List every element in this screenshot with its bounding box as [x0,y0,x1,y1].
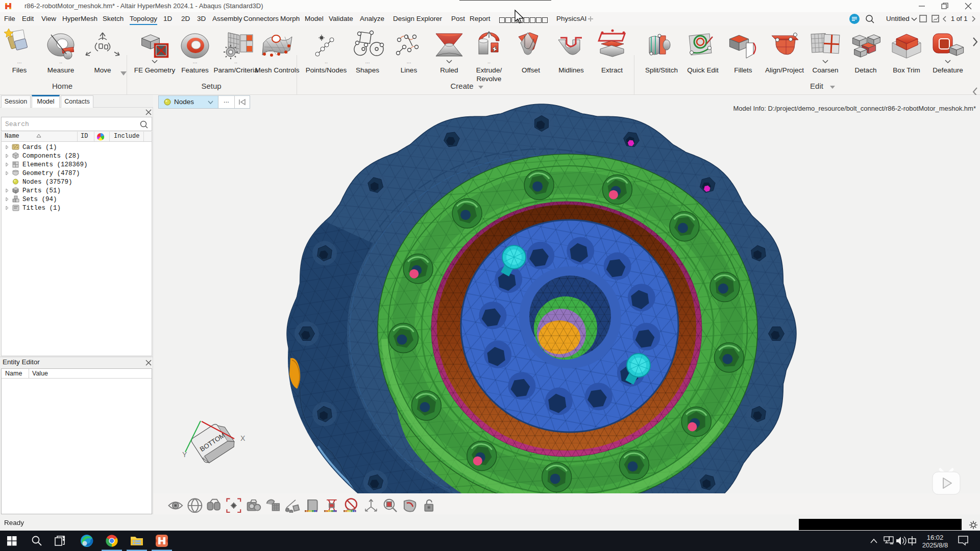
svg-text:X: X [240,434,246,442]
svg-text:..: .. [487,58,491,64]
svg-text:Components (28): Components (28) [22,153,80,160]
svg-text:Titles (1): Titles (1) [22,205,61,212]
svg-text:Sets (94): Sets (94) [22,196,57,203]
svg-text:...: ... [365,58,370,64]
svg-text:...: ... [406,58,411,64]
svg-text:...: ... [192,58,197,64]
svg-text:..: .. [325,58,328,64]
svg-text:...: ... [17,58,21,64]
svg-text:Nodes (37579): Nodes (37579) [22,179,72,186]
svg-text:16:02: 16:02 [927,534,944,541]
svg-text:Elements (128369): Elements (128369) [22,161,88,168]
svg-text:Y: Y [182,450,187,459]
svg-text:..: .. [59,58,62,64]
svg-text:..: .. [234,58,237,64]
svg-text:Cards (1): Cards (1) [22,144,57,151]
svg-text:Parts (51): Parts (51) [22,187,61,194]
svg-text:1 of 1: 1 of 1 [951,15,968,22]
svg-text:Geometry (4787): Geometry (4787) [22,170,80,177]
svg-text:Untitled: Untitled [886,15,910,22]
svg-text:2025/8/8: 2025/8/8 [922,541,948,549]
